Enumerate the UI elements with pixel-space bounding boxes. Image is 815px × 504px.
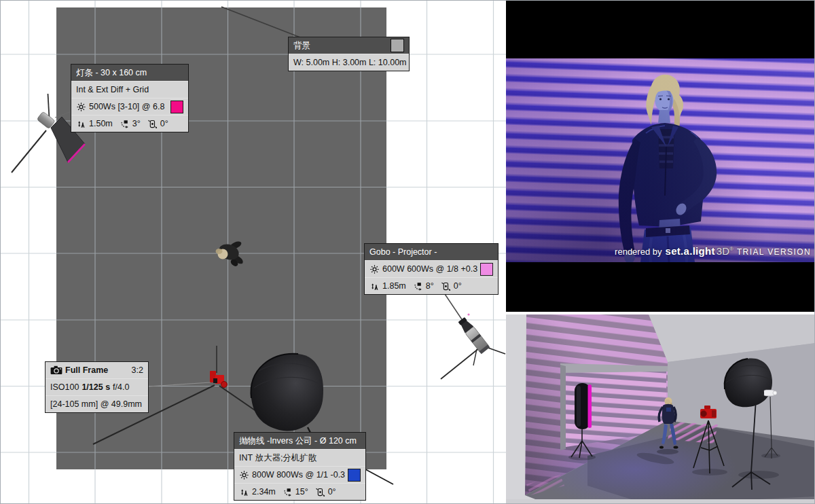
photo-lighting-overlay — [506, 58, 815, 262]
modifier-label: Int & Ext Diff + Grid — [76, 86, 149, 94]
camera-model-row: Full Frame 3:2 — [46, 362, 148, 378]
tilt-value: 15° — [295, 488, 308, 497]
strip-light-pink-face — [588, 384, 592, 428]
power-label: 500Ws [3-10] @ 6.8 — [89, 103, 164, 111]
stand-height-value: 2.34m — [252, 488, 276, 497]
backdrop-color-swatch[interactable] — [391, 39, 404, 52]
camera-model: Full Frame — [65, 366, 108, 375]
tooltip-title: 抛物线 -Invers 公司 - Ø 120 cm — [234, 433, 365, 449]
gel-color-swatch[interactable] — [480, 263, 493, 276]
watermark: rendered by set.a.light 3D® TRIAL VERSIO… — [615, 245, 811, 257]
lens-value: [24-105 mm] @ 49.9mm — [50, 400, 142, 409]
tooltip-camera[interactable]: Full Frame 3:2 ISO100 1/125 s f/4.0 [24-… — [45, 361, 149, 413]
power-row: 500Ws [3-10] @ 6.8 — [71, 98, 188, 115]
roll-icon — [441, 281, 451, 291]
set-a-light-3d-window: 灯条 - 30 x 160 cm Int & Ext Diff + Grid 5… — [0, 0, 815, 504]
roll-value: 0° — [160, 120, 168, 128]
gobo-title: Gobo - Projector - — [369, 248, 437, 257]
backdrop-title: 背景 — [293, 41, 310, 50]
dimensions-row: W: 5.00m H: 3.00m L: 10.00m — [289, 54, 409, 71]
watermark-brand: set.a.light — [665, 245, 714, 257]
render-preview-panel[interactable]: rendered by set.a.light 3D® TRIAL VERSIO… — [506, 1, 815, 312]
modifier-label: INT 放大器;分机扩散 — [239, 454, 316, 463]
tooltip-strip-light[interactable]: 灯条 - 30 x 160 cm Int & Ext Diff + Grid 5… — [71, 64, 189, 132]
tooltip-title: 灯条 - 30 x 160 cm — [71, 65, 188, 81]
modifier-row: INT 放大器;分机扩散 — [234, 449, 365, 466]
tilt-icon — [413, 281, 423, 291]
stand-height-icon — [239, 487, 249, 497]
watermark-prefix: rendered by — [615, 247, 662, 257]
stand-height-icon — [369, 281, 380, 291]
iso-value: ISO100 — [50, 383, 79, 392]
tooltip-backdrop[interactable]: 背景 W: 5.00m H: 3.00m L: 10.00m — [288, 37, 410, 71]
tooltip-title: 背景 — [289, 37, 409, 54]
aperture-value: f/4.0 — [113, 383, 129, 392]
power-icon — [76, 102, 86, 112]
power-icon — [239, 470, 249, 480]
tilt-value: 3° — [132, 120, 141, 128]
gel-color-swatch[interactable] — [348, 469, 361, 482]
power-label: 800W 800Ws @ 1/1 -0.3 — [252, 471, 345, 480]
gel-color-swatch[interactable] — [170, 101, 183, 113]
camera-icon — [50, 365, 62, 376]
position-row: 1.50m 3° 0° — [71, 115, 188, 132]
roll-value: 0° — [454, 282, 462, 291]
viewport-3d-panel[interactable] — [506, 314, 815, 504]
rendered-photo: rendered by set.a.light 3D® TRIAL VERSIO… — [506, 58, 815, 262]
tooltip-gobo-projector[interactable]: Gobo - Projector - 600W 600Ws @ 1/8 +0.3… — [364, 243, 499, 295]
parabolic-title: 抛物线 -Invers 公司 - Ø 120 cm — [239, 437, 357, 446]
lens-row: [24-105 mm] @ 49.9mm — [46, 395, 148, 412]
tooltip-title: Gobo - Projector - — [365, 244, 498, 260]
tilt-value: 8° — [426, 282, 434, 291]
backdrop-dimensions: W: 5.00m H: 3.00m L: 10.00m — [293, 58, 407, 67]
tilt-icon — [283, 487, 293, 497]
roll-icon — [315, 487, 325, 497]
tooltip-parabolic[interactable]: 抛物线 -Invers 公司 - Ø 120 cm INT 放大器;分机扩散 8… — [234, 432, 366, 501]
power-icon — [369, 264, 380, 274]
strip-light-title: 灯条 - 30 x 160 cm — [76, 69, 147, 77]
shutter-value: 1/125 s — [82, 383, 110, 392]
stand-height-value: 1.50m — [89, 120, 113, 128]
stand-height-icon — [76, 119, 86, 129]
stand-height-value: 1.85m — [382, 282, 406, 291]
position-row: 1.85m 8° 0° — [365, 277, 498, 294]
scene-3d — [506, 314, 815, 504]
roll-value: 0° — [328, 488, 336, 497]
modifier-row: Int & Ext Diff + Grid — [71, 81, 188, 98]
plan-viewport[interactable]: 灯条 - 30 x 160 cm Int & Ext Diff + Grid 5… — [1, 1, 506, 504]
watermark-trial: TRIAL VERSION — [737, 247, 811, 257]
watermark-3d: 3D® — [717, 245, 734, 257]
aspect-ratio: 3:2 — [132, 366, 143, 375]
power-label: 600W 600Ws @ 1/8 +0.3 — [382, 265, 477, 274]
tilt-icon — [120, 119, 130, 129]
power-row: 800W 800Ws @ 1/1 -0.3 — [234, 466, 365, 483]
roll-icon — [147, 119, 158, 129]
position-row: 2.34m 15° 0° — [234, 483, 365, 500]
power-row: 600W 600Ws @ 1/8 +0.3 — [365, 260, 498, 277]
exposure-row: ISO100 1/125 s f/4.0 — [46, 378, 148, 395]
